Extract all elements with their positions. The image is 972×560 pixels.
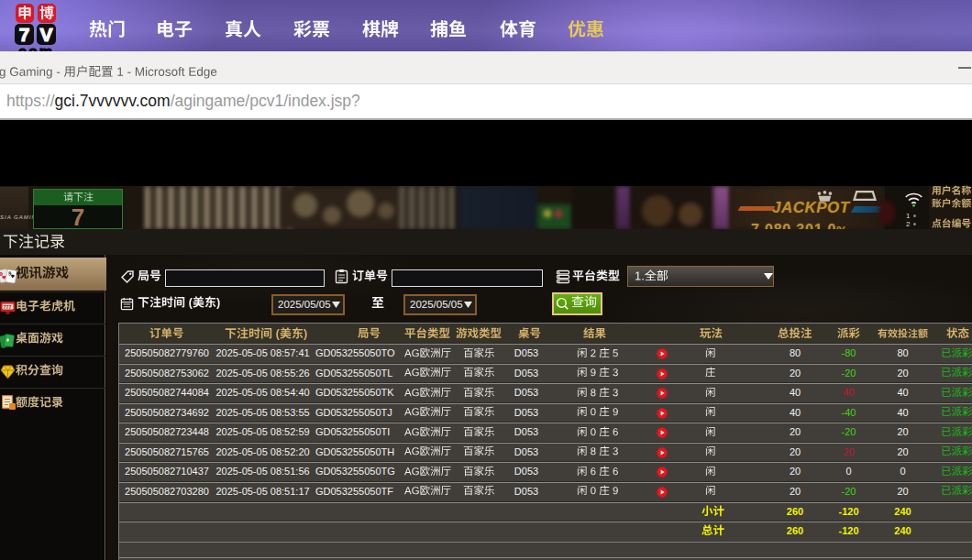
- svg-text:777: 777: [3, 304, 11, 310]
